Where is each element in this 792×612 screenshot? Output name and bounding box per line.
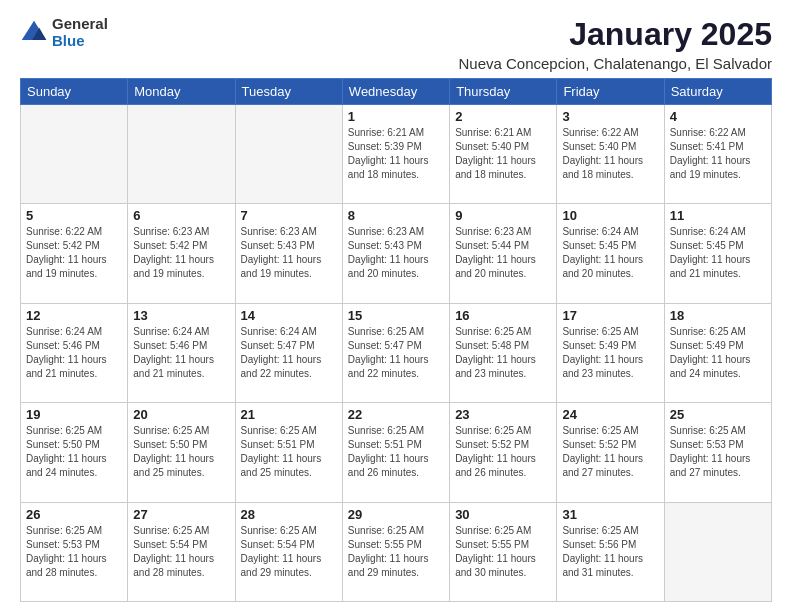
calendar-cell: 4Sunrise: 6:22 AM Sunset: 5:41 PM Daylig… bbox=[664, 105, 771, 204]
day-info: Sunrise: 6:25 AM Sunset: 5:55 PM Dayligh… bbox=[348, 524, 444, 580]
calendar-cell: 18Sunrise: 6:25 AM Sunset: 5:49 PM Dayli… bbox=[664, 303, 771, 402]
calendar-cell: 7Sunrise: 6:23 AM Sunset: 5:43 PM Daylig… bbox=[235, 204, 342, 303]
day-number: 14 bbox=[241, 308, 337, 323]
calendar-cell: 9Sunrise: 6:23 AM Sunset: 5:44 PM Daylig… bbox=[450, 204, 557, 303]
day-number: 12 bbox=[26, 308, 122, 323]
day-info: Sunrise: 6:25 AM Sunset: 5:48 PM Dayligh… bbox=[455, 325, 551, 381]
day-info: Sunrise: 6:25 AM Sunset: 5:49 PM Dayligh… bbox=[670, 325, 766, 381]
day-number: 21 bbox=[241, 407, 337, 422]
weekday-header-wednesday: Wednesday bbox=[342, 79, 449, 105]
day-info: Sunrise: 6:23 AM Sunset: 5:42 PM Dayligh… bbox=[133, 225, 229, 281]
day-number: 9 bbox=[455, 208, 551, 223]
day-number: 8 bbox=[348, 208, 444, 223]
day-number: 1 bbox=[348, 109, 444, 124]
day-number: 6 bbox=[133, 208, 229, 223]
day-info: Sunrise: 6:25 AM Sunset: 5:50 PM Dayligh… bbox=[26, 424, 122, 480]
calendar-cell: 8Sunrise: 6:23 AM Sunset: 5:43 PM Daylig… bbox=[342, 204, 449, 303]
weekday-header-friday: Friday bbox=[557, 79, 664, 105]
day-number: 23 bbox=[455, 407, 551, 422]
day-info: Sunrise: 6:23 AM Sunset: 5:43 PM Dayligh… bbox=[241, 225, 337, 281]
day-number: 30 bbox=[455, 507, 551, 522]
day-info: Sunrise: 6:25 AM Sunset: 5:52 PM Dayligh… bbox=[562, 424, 658, 480]
day-info: Sunrise: 6:25 AM Sunset: 5:50 PM Dayligh… bbox=[133, 424, 229, 480]
calendar-cell: 23Sunrise: 6:25 AM Sunset: 5:52 PM Dayli… bbox=[450, 403, 557, 502]
weekday-header-monday: Monday bbox=[128, 79, 235, 105]
logo-general: General bbox=[52, 16, 108, 33]
day-number: 25 bbox=[670, 407, 766, 422]
week-row-3: 12Sunrise: 6:24 AM Sunset: 5:46 PM Dayli… bbox=[21, 303, 772, 402]
day-number: 29 bbox=[348, 507, 444, 522]
day-number: 19 bbox=[26, 407, 122, 422]
calendar-cell bbox=[664, 502, 771, 601]
day-info: Sunrise: 6:22 AM Sunset: 5:40 PM Dayligh… bbox=[562, 126, 658, 182]
day-number: 20 bbox=[133, 407, 229, 422]
logo-icon bbox=[20, 19, 48, 47]
weekday-header-row: SundayMondayTuesdayWednesdayThursdayFrid… bbox=[21, 79, 772, 105]
day-info: Sunrise: 6:25 AM Sunset: 5:55 PM Dayligh… bbox=[455, 524, 551, 580]
weekday-header-sunday: Sunday bbox=[21, 79, 128, 105]
calendar-cell: 31Sunrise: 6:25 AM Sunset: 5:56 PM Dayli… bbox=[557, 502, 664, 601]
week-row-2: 5Sunrise: 6:22 AM Sunset: 5:42 PM Daylig… bbox=[21, 204, 772, 303]
month-title: January 2025 bbox=[458, 16, 772, 53]
calendar-cell bbox=[21, 105, 128, 204]
calendar-cell: 19Sunrise: 6:25 AM Sunset: 5:50 PM Dayli… bbox=[21, 403, 128, 502]
calendar-table: SundayMondayTuesdayWednesdayThursdayFrid… bbox=[20, 78, 772, 602]
calendar-cell: 13Sunrise: 6:24 AM Sunset: 5:46 PM Dayli… bbox=[128, 303, 235, 402]
calendar-cell: 14Sunrise: 6:24 AM Sunset: 5:47 PM Dayli… bbox=[235, 303, 342, 402]
week-row-4: 19Sunrise: 6:25 AM Sunset: 5:50 PM Dayli… bbox=[21, 403, 772, 502]
calendar-cell: 11Sunrise: 6:24 AM Sunset: 5:45 PM Dayli… bbox=[664, 204, 771, 303]
calendar-cell: 12Sunrise: 6:24 AM Sunset: 5:46 PM Dayli… bbox=[21, 303, 128, 402]
day-number: 15 bbox=[348, 308, 444, 323]
day-number: 2 bbox=[455, 109, 551, 124]
calendar-cell bbox=[128, 105, 235, 204]
day-info: Sunrise: 6:25 AM Sunset: 5:52 PM Dayligh… bbox=[455, 424, 551, 480]
day-number: 7 bbox=[241, 208, 337, 223]
weekday-header-tuesday: Tuesday bbox=[235, 79, 342, 105]
day-info: Sunrise: 6:25 AM Sunset: 5:56 PM Dayligh… bbox=[562, 524, 658, 580]
day-info: Sunrise: 6:25 AM Sunset: 5:53 PM Dayligh… bbox=[26, 524, 122, 580]
logo: General Blue bbox=[20, 16, 108, 49]
calendar-cell: 26Sunrise: 6:25 AM Sunset: 5:53 PM Dayli… bbox=[21, 502, 128, 601]
day-number: 27 bbox=[133, 507, 229, 522]
calendar-cell: 15Sunrise: 6:25 AM Sunset: 5:47 PM Dayli… bbox=[342, 303, 449, 402]
day-number: 31 bbox=[562, 507, 658, 522]
day-info: Sunrise: 6:23 AM Sunset: 5:43 PM Dayligh… bbox=[348, 225, 444, 281]
day-number: 26 bbox=[26, 507, 122, 522]
calendar-cell: 16Sunrise: 6:25 AM Sunset: 5:48 PM Dayli… bbox=[450, 303, 557, 402]
weekday-header-saturday: Saturday bbox=[664, 79, 771, 105]
calendar-cell: 10Sunrise: 6:24 AM Sunset: 5:45 PM Dayli… bbox=[557, 204, 664, 303]
calendar-cell: 2Sunrise: 6:21 AM Sunset: 5:40 PM Daylig… bbox=[450, 105, 557, 204]
calendar-cell: 1Sunrise: 6:21 AM Sunset: 5:39 PM Daylig… bbox=[342, 105, 449, 204]
logo-text: General Blue bbox=[52, 16, 108, 49]
calendar-cell bbox=[235, 105, 342, 204]
day-number: 18 bbox=[670, 308, 766, 323]
day-number: 11 bbox=[670, 208, 766, 223]
day-info: Sunrise: 6:25 AM Sunset: 5:53 PM Dayligh… bbox=[670, 424, 766, 480]
calendar-cell: 24Sunrise: 6:25 AM Sunset: 5:52 PM Dayli… bbox=[557, 403, 664, 502]
day-info: Sunrise: 6:24 AM Sunset: 5:45 PM Dayligh… bbox=[562, 225, 658, 281]
calendar-cell: 30Sunrise: 6:25 AM Sunset: 5:55 PM Dayli… bbox=[450, 502, 557, 601]
day-info: Sunrise: 6:22 AM Sunset: 5:42 PM Dayligh… bbox=[26, 225, 122, 281]
day-number: 10 bbox=[562, 208, 658, 223]
day-info: Sunrise: 6:24 AM Sunset: 5:45 PM Dayligh… bbox=[670, 225, 766, 281]
week-row-5: 26Sunrise: 6:25 AM Sunset: 5:53 PM Dayli… bbox=[21, 502, 772, 601]
day-info: Sunrise: 6:25 AM Sunset: 5:54 PM Dayligh… bbox=[133, 524, 229, 580]
day-number: 5 bbox=[26, 208, 122, 223]
day-info: Sunrise: 6:24 AM Sunset: 5:46 PM Dayligh… bbox=[26, 325, 122, 381]
calendar-cell: 6Sunrise: 6:23 AM Sunset: 5:42 PM Daylig… bbox=[128, 204, 235, 303]
weekday-header-thursday: Thursday bbox=[450, 79, 557, 105]
day-info: Sunrise: 6:25 AM Sunset: 5:51 PM Dayligh… bbox=[241, 424, 337, 480]
day-info: Sunrise: 6:21 AM Sunset: 5:39 PM Dayligh… bbox=[348, 126, 444, 182]
day-number: 28 bbox=[241, 507, 337, 522]
calendar-cell: 3Sunrise: 6:22 AM Sunset: 5:40 PM Daylig… bbox=[557, 105, 664, 204]
day-number: 22 bbox=[348, 407, 444, 422]
day-info: Sunrise: 6:24 AM Sunset: 5:46 PM Dayligh… bbox=[133, 325, 229, 381]
page: General Blue January 2025 Nueva Concepci… bbox=[0, 0, 792, 612]
calendar-cell: 20Sunrise: 6:25 AM Sunset: 5:50 PM Dayli… bbox=[128, 403, 235, 502]
title-block: January 2025 Nueva Concepcion, Chalatena… bbox=[458, 16, 772, 72]
calendar-cell: 22Sunrise: 6:25 AM Sunset: 5:51 PM Dayli… bbox=[342, 403, 449, 502]
day-number: 4 bbox=[670, 109, 766, 124]
day-info: Sunrise: 6:23 AM Sunset: 5:44 PM Dayligh… bbox=[455, 225, 551, 281]
day-number: 16 bbox=[455, 308, 551, 323]
week-row-1: 1Sunrise: 6:21 AM Sunset: 5:39 PM Daylig… bbox=[21, 105, 772, 204]
